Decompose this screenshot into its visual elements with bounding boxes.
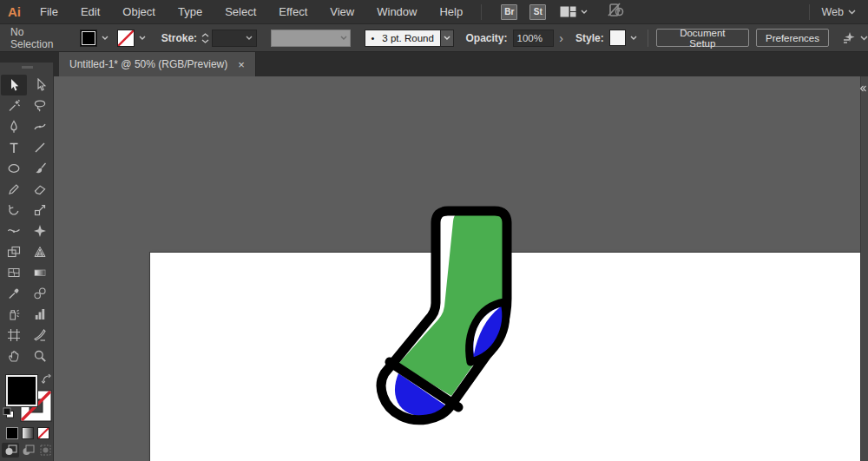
tools-panel (0, 63, 54, 461)
graphic-style-select[interactable] (609, 30, 637, 46)
touch-cursor-control[interactable] (841, 31, 868, 45)
arrange-documents-button[interactable] (560, 6, 588, 17)
artboard-tool[interactable] (1, 325, 27, 346)
dock-expand-icon[interactable] (860, 80, 867, 95)
chevron-down-icon (139, 36, 146, 40)
panel-dock-edge[interactable] (860, 76, 868, 461)
fill-color-control[interactable] (80, 30, 108, 47)
divider (809, 4, 810, 20)
opacity-value: 100% (517, 33, 542, 43)
stroke-weight-stepper[interactable] (201, 33, 209, 43)
type-tool[interactable] (1, 137, 27, 158)
chevron-down-icon (630, 36, 637, 40)
document-tab-title: Untitled-1* @ 50% (RGB/Preview) (69, 58, 227, 70)
draw-normal-button[interactable] (2, 443, 19, 458)
selection-tool[interactable] (1, 75, 27, 95)
style-label: Style: (575, 32, 604, 44)
pen-tool[interactable] (1, 116, 27, 137)
sock-artwork[interactable] (369, 200, 525, 430)
fill-swatch[interactable] (6, 375, 37, 406)
none-mode-button[interactable] (37, 427, 49, 439)
slice-tool[interactable] (27, 325, 53, 346)
opacity-panel-arrow[interactable]: › (559, 31, 563, 45)
illustrator-logo: Ai (8, 4, 21, 19)
graphic-style-swatch[interactable] (609, 30, 626, 46)
divider (481, 4, 482, 20)
chevron-down-icon (581, 10, 588, 14)
tools-grid (1, 75, 53, 366)
lasso-tool[interactable] (27, 95, 53, 116)
brush-value: 3 pt. Round (382, 33, 433, 43)
column-graph-tool[interactable] (27, 304, 53, 325)
color-mode-button[interactable] (6, 427, 18, 439)
arrange-documents-icon (560, 6, 576, 17)
direct-selection-tool[interactable] (27, 75, 53, 95)
tab-close-icon[interactable]: × (238, 59, 245, 70)
stroke-color-control[interactable] (117, 30, 146, 47)
shape-builder-tool[interactable] (1, 241, 27, 262)
stroke-weight-label: Stroke: (161, 32, 197, 44)
stock-button[interactable]: St (529, 4, 546, 20)
device-preview-icon[interactable] (607, 3, 626, 21)
ellipse-tool[interactable] (1, 158, 27, 179)
draw-behind-button[interactable] (19, 443, 36, 458)
menu-file[interactable]: File (29, 0, 69, 24)
magic-wand-tool[interactable] (1, 95, 27, 116)
draw-modes (2, 443, 54, 458)
menu-type[interactable]: Type (167, 0, 214, 24)
preferences-button[interactable]: Preferences (756, 29, 829, 47)
perspective-grid-tool[interactable] (27, 241, 53, 262)
panel-drag-handle[interactable] (22, 66, 33, 69)
chevron-down-icon (441, 30, 454, 47)
brush-bullet: • (372, 33, 375, 43)
paintbrush-tool[interactable] (27, 158, 53, 179)
document-setup-button[interactable]: Document Setup (656, 29, 749, 47)
menu-bar: Ai File Edit Object Type Select Effect V… (0, 0, 868, 24)
brush-definition-select[interactable]: • 3 pt. Round (365, 30, 454, 47)
menu-help[interactable]: Help (428, 0, 474, 24)
hand-tool[interactable] (1, 346, 27, 366)
workspace-label: Web (822, 6, 844, 18)
opacity-label: Opacity: (466, 32, 508, 44)
menu-select[interactable]: Select (214, 0, 267, 24)
stroke-weight-select[interactable] (212, 30, 257, 47)
chevron-down-icon (860, 36, 868, 41)
line-segment-tool[interactable] (27, 137, 53, 158)
shaper-tool[interactable] (1, 179, 27, 200)
blend-tool[interactable] (27, 283, 53, 304)
rotate-tool[interactable] (1, 200, 27, 221)
document-tab[interactable]: Untitled-1* @ 50% (RGB/Preview) × (59, 52, 256, 76)
scale-tool[interactable] (27, 200, 53, 221)
selection-status: No Selection (10, 26, 69, 50)
bridge-button[interactable]: Br (501, 4, 517, 20)
gradient-mode-button[interactable] (22, 427, 34, 439)
free-transform-tool[interactable] (27, 221, 53, 241)
default-fill-stroke-icon[interactable] (3, 406, 15, 422)
curvature-tool[interactable] (27, 116, 53, 137)
document-tab-bar: Untitled-1* @ 50% (RGB/Preview) × (0, 52, 868, 76)
gradient-tool[interactable] (27, 262, 53, 283)
menu-window[interactable]: Window (365, 0, 428, 24)
fill-color-swatch[interactable] (80, 30, 97, 47)
chevron-down-icon (848, 10, 856, 15)
swap-fill-stroke-icon[interactable] (41, 372, 52, 388)
symbol-sprayer-tool[interactable] (1, 304, 27, 325)
chevron-down-icon (102, 36, 108, 40)
variable-width-profile-select[interactable] (271, 30, 351, 47)
eyedropper-tool[interactable] (1, 283, 27, 304)
opacity-input[interactable]: 100% (513, 30, 555, 47)
eraser-tool[interactable] (27, 179, 53, 200)
control-bar: No Selection Stroke: • 3 pt. Round (0, 24, 868, 52)
draw-inside-button[interactable] (36, 443, 54, 458)
width-tool[interactable] (1, 221, 27, 241)
stroke-color-swatch[interactable] (117, 30, 135, 47)
zoom-tool[interactable] (27, 346, 53, 366)
mesh-tool[interactable] (1, 262, 27, 283)
menu-view[interactable]: View (319, 0, 365, 24)
divider (648, 30, 648, 47)
touch-cursor-icon (841, 31, 856, 45)
menu-object[interactable]: Object (111, 0, 167, 24)
workspace-switcher[interactable]: Web (802, 4, 856, 20)
menu-effect[interactable]: Effect (267, 0, 319, 24)
menu-edit[interactable]: Edit (69, 0, 111, 24)
